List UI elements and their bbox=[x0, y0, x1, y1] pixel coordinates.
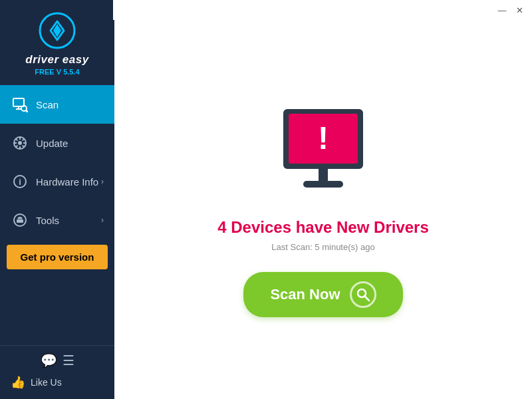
scan-now-search-icon bbox=[350, 281, 376, 308]
update-icon bbox=[11, 134, 29, 152]
footer-icons-row: 💬 ☰ bbox=[41, 352, 74, 368]
svg-line-13 bbox=[23, 146, 25, 148]
scan-now-label: Scan Now bbox=[270, 286, 340, 303]
tools-icon bbox=[11, 211, 29, 229]
logo-area: driver easy FREE V 5.5.4 bbox=[0, 0, 114, 85]
svg-rect-23 bbox=[319, 169, 328, 181]
chat-icon: 💬 bbox=[41, 352, 57, 368]
list-icon: ☰ bbox=[63, 352, 74, 368]
app-name: driver easy bbox=[25, 53, 88, 66]
svg-rect-24 bbox=[303, 181, 343, 188]
svg-text:!: ! bbox=[318, 120, 329, 156]
sidebar-item-tools[interactable]: Tools › bbox=[0, 201, 114, 239]
svg-line-15 bbox=[16, 146, 18, 148]
monitor-icon: ! bbox=[267, 102, 380, 202]
last-scan-text: Last Scan: 5 minute(s) ago bbox=[271, 242, 374, 252]
svg-text:i: i bbox=[19, 177, 21, 187]
like-us-label: Like Us bbox=[31, 377, 62, 388]
sidebar-tools-label: Tools bbox=[36, 215, 101, 226]
sidebar-footer: 💬 ☰ 👍 Like Us bbox=[0, 345, 114, 399]
svg-line-26 bbox=[365, 297, 369, 301]
scan-icon bbox=[11, 95, 29, 114]
sidebar-item-scan[interactable]: Scan bbox=[0, 85, 114, 124]
svg-point-7 bbox=[18, 141, 22, 145]
svg-rect-1 bbox=[13, 98, 24, 106]
scan-now-button[interactable]: Scan Now bbox=[243, 272, 402, 317]
titlebar: — ✕ bbox=[113, 0, 532, 20]
monitor-illustration: ! bbox=[267, 102, 380, 205]
sidebar-hardware-info-label: Hardware Info bbox=[36, 176, 101, 188]
devices-status-text: 4 Devices have New Drivers bbox=[217, 218, 429, 237]
svg-line-12 bbox=[16, 139, 18, 141]
thumbs-up-icon: 👍 bbox=[11, 375, 25, 390]
app-version: FREE V 5.5.4 bbox=[35, 68, 79, 76]
sidebar: driver easy FREE V 5.5.4 Scan bbox=[0, 0, 114, 399]
hardware-info-arrow-icon: › bbox=[101, 177, 104, 186]
main-content: ! 4 Devices have New Drivers Last Scan: … bbox=[114, 0, 532, 399]
sidebar-item-hardware-info[interactable]: i Hardware Info › bbox=[0, 162, 114, 201]
get-pro-button[interactable]: Get pro version bbox=[7, 245, 108, 269]
svg-rect-19 bbox=[17, 219, 23, 223]
svg-line-14 bbox=[23, 139, 25, 141]
sidebar-scan-label: Scan bbox=[36, 99, 104, 110]
tools-arrow-icon: › bbox=[101, 215, 104, 225]
close-button[interactable]: ✕ bbox=[512, 3, 527, 17]
svg-line-5 bbox=[26, 110, 27, 112]
sidebar-item-update[interactable]: Update bbox=[0, 124, 114, 162]
sidebar-update-label: Update bbox=[36, 138, 104, 149]
hardware-info-icon: i bbox=[11, 172, 29, 191]
app-logo-icon bbox=[39, 12, 76, 49]
minimize-button[interactable]: — bbox=[495, 3, 509, 17]
like-us-row[interactable]: 👍 Like Us bbox=[0, 372, 114, 392]
